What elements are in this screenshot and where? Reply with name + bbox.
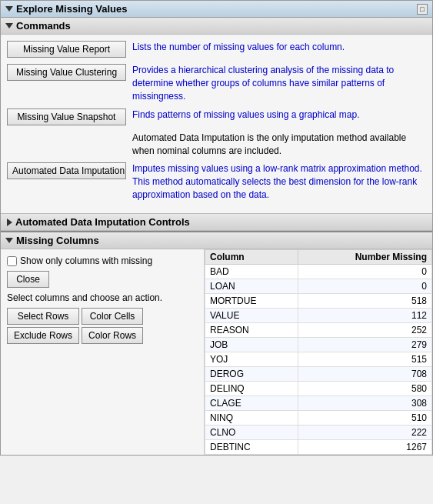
adi-controls-section[interactable]: Automated Data Imputation Controls [1, 213, 432, 231]
number-missing-cell: 515 [298, 352, 432, 367]
missing-value-snapshot-button[interactable]: Missing Value Snapshot [7, 108, 126, 125]
number-missing-cell: 510 [298, 411, 432, 426]
main-panel: Explore Missing Values □ Commands Missin… [0, 0, 433, 456]
exclude-rows-button[interactable]: Exclude Rows [7, 327, 79, 344]
commands-label: Commands [16, 20, 71, 32]
table-row[interactable]: LOAN0 [205, 279, 432, 294]
close-button[interactable]: Close [7, 271, 49, 288]
table-row[interactable]: REASON252 [205, 323, 432, 338]
show-missing-checkbox-row: Show only columns with missing [7, 255, 198, 266]
missing-columns-section: Missing Columns Show only columns with m… [1, 231, 432, 455]
color-rows-button[interactable]: Color Rows [82, 327, 143, 344]
table-row[interactable]: YOJ515 [205, 352, 432, 367]
collapse-icon[interactable] [5, 6, 13, 12]
table-row[interactable]: NINQ510 [205, 411, 432, 426]
mvr-description: Lists the number of missing values for e… [132, 41, 426, 54]
show-only-missing-label: Show only columns with missing [20, 255, 152, 266]
column-name-cell: CLNO [205, 426, 298, 440]
column-header: Column [205, 250, 298, 265]
table-row[interactable]: MORTDUE518 [205, 294, 432, 309]
right-table-panel: Column Number Missing BAD0LOAN0MORTDUE51… [205, 249, 432, 455]
command-row-mvs: Missing Value Snapshot Finds patterns of… [7, 108, 426, 125]
table-body: BAD0LOAN0MORTDUE518VALUE112REASON252JOB2… [205, 265, 432, 455]
number-missing-cell: 0 [298, 279, 432, 294]
number-missing-cell: 279 [298, 338, 432, 352]
table-row[interactable]: CLAGE308 [205, 396, 432, 411]
number-missing-cell: 0 [298, 265, 432, 279]
color-cells-button[interactable]: Color Cells [82, 308, 143, 325]
column-name-cell: NINQ [205, 411, 298, 426]
mvc-description: Provides a hierarchical clustering analy… [132, 64, 426, 102]
adi-controls-expand-icon [7, 219, 12, 226]
number-missing-header: Number Missing [298, 250, 432, 265]
missing-value-report-button[interactable]: Missing Value Report [7, 41, 126, 58]
select-rows-button[interactable]: Select Rows [7, 308, 79, 325]
table-row[interactable]: BAD0 [205, 265, 432, 279]
missing-columns-content: Show only columns with missing Close Sel… [1, 249, 432, 455]
table-header-row: Column Number Missing [205, 250, 432, 265]
number-missing-cell: 1267 [298, 440, 432, 455]
action-buttons: Select Rows Color Cells Exclude Rows Col… [7, 308, 143, 344]
missing-columns-collapse-icon[interactable] [5, 238, 13, 243]
column-name-cell: LOAN [205, 279, 298, 294]
table-row[interactable]: DEROG708 [205, 367, 432, 382]
missing-columns-header: Missing Columns [1, 232, 432, 249]
imputation-note: Automated Data Imputation is the only im… [132, 132, 426, 158]
number-missing-cell: 518 [298, 294, 432, 309]
command-row-adi: Automated Data Imputation Imputes missin… [7, 162, 426, 201]
table-header: Column Number Missing [205, 250, 432, 265]
column-name-cell: BAD [205, 265, 298, 279]
number-missing-cell: 252 [298, 323, 432, 338]
panel-header: Explore Missing Values □ [1, 1, 432, 18]
column-name-cell: DELINQ [205, 382, 298, 396]
mvs-description: Finds patterns of missing values using a… [132, 108, 426, 122]
column-name-cell: DEROG [205, 367, 298, 382]
table-row[interactable]: CLNO222 [205, 426, 432, 440]
adi-description: Imputes missing values using a low-rank … [132, 162, 426, 201]
table-row[interactable]: DELINQ580 [205, 382, 432, 396]
panel-title: Explore Missing Values [16, 3, 128, 15]
column-name-cell: VALUE [205, 309, 298, 323]
panel-header-title: Explore Missing Values [5, 3, 128, 15]
column-name-cell: JOB [205, 338, 298, 352]
show-only-missing-checkbox[interactable] [7, 256, 17, 266]
column-name-cell: REASON [205, 323, 298, 338]
left-controls-panel: Show only columns with missing Close Sel… [1, 249, 205, 455]
column-name-cell: YOJ [205, 352, 298, 367]
table-row[interactable]: DEBTINC1267 [205, 440, 432, 455]
number-missing-cell: 580 [298, 382, 432, 396]
number-missing-cell: 222 [298, 426, 432, 440]
command-row-mvc: Missing Value Clustering Provides a hier… [7, 64, 426, 102]
missing-columns-label: Missing Columns [16, 235, 99, 246]
column-name-cell: MORTDUE [205, 294, 298, 309]
automated-data-imputation-button[interactable]: Automated Data Imputation [7, 162, 126, 179]
commands-area: Missing Value Report Lists the number of… [1, 35, 432, 213]
missing-columns-table: Column Number Missing BAD0LOAN0MORTDUE51… [205, 249, 432, 455]
commands-collapse-icon[interactable] [5, 23, 13, 28]
pin-button[interactable]: □ [417, 4, 428, 15]
table-row[interactable]: JOB279 [205, 338, 432, 352]
table-row[interactable]: VALUE112 [205, 309, 432, 323]
adi-controls-label: Automated Data Imputation Controls [15, 216, 190, 228]
number-missing-cell: 708 [298, 367, 432, 382]
missing-value-clustering-button[interactable]: Missing Value Clustering [7, 64, 126, 81]
column-name-cell: DEBTINC [205, 440, 298, 455]
commands-section-header: Commands [1, 18, 432, 35]
action-instruction: Select columns and choose an action. [7, 292, 198, 303]
number-missing-cell: 308 [298, 396, 432, 411]
number-missing-cell: 112 [298, 309, 432, 323]
command-row-mvr: Missing Value Report Lists the number of… [7, 41, 426, 58]
column-name-cell: CLAGE [205, 396, 298, 411]
